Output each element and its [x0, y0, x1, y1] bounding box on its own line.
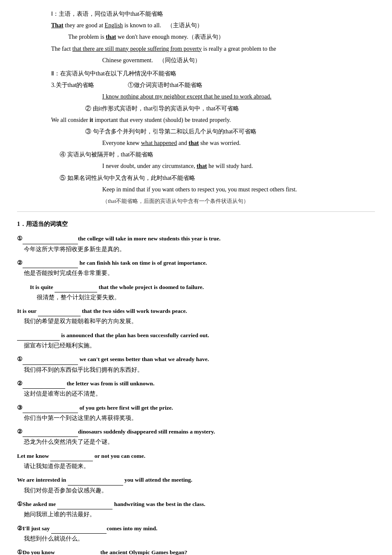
q1-4-en: It is our that the two sides will work t… [17, 306, 375, 316]
exercise-item-q5-1: ①Do you know the ancient Olympic Games b… [17, 547, 375, 555]
q1-2-cn: 他是否能按时完成任务非常重要。 [17, 268, 375, 278]
exercise-item-q1-5: is announced that the plan has been succ… [17, 330, 375, 351]
rule3-sub1: ①做介词宾语时that不能省略 [128, 80, 202, 90]
example-3-post: is really a great problem to the [203, 46, 276, 52]
english-underline: English [105, 22, 123, 29]
q2-4-num: ② [17, 428, 23, 435]
rule3-sub5-label-text: ⑤ 如果名词性从句中又含有从句，此时that不能省略 [51, 175, 196, 181]
rule3-label: 3.关于that的省略 [51, 80, 128, 90]
rule3-sub1-text: ①做介词宾语时that不能省略 [128, 82, 202, 88]
rule3-sub5-ex-line: Keep in mind that if you want others to … [51, 184, 375, 195]
main-content: Ⅰ：主语，表语，同位语从句中that不能省略 That they are goo… [17, 9, 375, 555]
q4-2-en: ②I'll just say comes into my mind. [17, 523, 375, 534]
that-bold-4: that [197, 163, 207, 169]
q5-1-en: ①Do you know the ancient Olympic Games b… [17, 547, 375, 555]
q4-1-post: handwriting was the best in the class. [112, 501, 205, 507]
q2-3-cn: 你们当中第一个到达这里的人将获得奖项。 [17, 413, 375, 423]
heading-1: Ⅰ：主语，表语，同位语从句中that不能省略 [51, 9, 375, 19]
exercise-item-q2-4: ②dinosaurs suddenly disappeared still re… [17, 427, 375, 448]
example-line-1: That they are good at English is known t… [51, 20, 375, 31]
example-3-pre: The fact [51, 46, 72, 52]
q2-1-text: we can't get seems better than what we a… [78, 356, 209, 362]
q2-4-text: dinosaurs suddenly disappeared still rem… [78, 428, 215, 435]
q3-1-cn: 请让我知道你是否能来。 [17, 461, 375, 471]
rule3-sub5-note-line: （that不能省略，后面的宾语从句中含有一个条件状语从句） [51, 196, 375, 206]
exercise-title: 1．用适当的词填空 [17, 219, 375, 229]
q4-1-cn: 她问我班上谁的书法最好。 [17, 509, 375, 520]
q5-1-post: the ancient Olympic Games began? [99, 549, 187, 555]
rule3-sub5-note-text: （that不能省略，后面的宾语从句中含有一个条件状语从句） [102, 198, 249, 204]
exercise-item-q3-2: We are interested in you will attend the… [17, 475, 375, 496]
q1-1-num: ① [17, 235, 23, 242]
rule3-sub3-ex-line: Everyone knew what happened and that she… [51, 138, 375, 148]
q1-3-cn: 很清楚，整个计划注定要失败。 [30, 292, 375, 303]
q2-1-en: ① we can't get seems better than what we… [17, 354, 375, 364]
q2-1-num: ① [17, 356, 23, 362]
rule3-sub1-ex-text: I know nothing about my neighbor except … [102, 93, 271, 100]
q2-1-cn: 我们得不到的东西似乎比我们拥有的东西好。 [17, 365, 375, 375]
exercise-item-q1-2: ② he can finish his task on time is of g… [17, 258, 375, 279]
q1-3-pre: It is quite [30, 284, 55, 290]
q4-1-en: ①She asked me handwriting was the best i… [17, 499, 375, 509]
rule3-sub2-pre: We all consider [51, 117, 89, 123]
q5-1-pre: ①Do you know [17, 549, 56, 555]
exercise-item-q2-3: ③ of you gets here first will get the pr… [17, 403, 375, 424]
example-line-3-cont: Chinese government. （同位语从句） [51, 55, 375, 66]
rule3-sub2-label-line: ② 由it作形式宾语时，that引导的宾语从句中，that不可省略 [51, 103, 375, 114]
q1-1-text: the college will take in more new studen… [78, 235, 221, 242]
section-divider [17, 211, 375, 212]
heading-2-text: Ⅱ：在宾语从句中that在以下几种情况中不能省略 [51, 70, 176, 77]
rule3-sub4-pre: I never doubt, under any circumstance, [102, 163, 197, 169]
exercise-item-q3-1: Let me know or not you can come. 请让我知道你是… [17, 451, 375, 472]
rule3-sub2-ex-line: We all consider it important that every … [51, 115, 375, 125]
q1-2-text: he can finish his task on time is of gre… [78, 260, 207, 266]
exercise-section: 1．用适当的词填空 ①the college will take in more… [17, 219, 375, 555]
rule3-sub2-mid: important that every student (should) be… [95, 117, 231, 123]
q2-2-num: ② [17, 380, 23, 387]
q2-3-num: ③ [17, 405, 23, 411]
rule3-row: 3.关于that的省略 ①做介词宾语时that不能省略 [51, 80, 375, 90]
q1-5-en: is announced that the plan has been succ… [17, 330, 375, 341]
rule3-sub4-label-text: ④ 宾语从句被隔开时，that不能省略 [51, 151, 154, 158]
q2-2-en: ② the letter was from is still unknown. [17, 379, 375, 389]
example-1-end: is known to all. （主语从句） [124, 22, 203, 29]
exercise-item-q2-2: ② the letter was from is still unknown. … [17, 379, 375, 399]
example-line-3: The fact that there are still many peopl… [51, 43, 375, 54]
exercise-item-q1-4: It is our that the two sides will work t… [17, 306, 375, 327]
q1-4-cn: 我们的希望是双方能朝着和平的方向发展。 [17, 316, 375, 327]
rule3-sub5-label-line: ⑤ 如果名词性从句中又含有从句，此时that不能省略 [51, 173, 375, 183]
example-2-post: we don't have enough money.（表语从句） [118, 34, 224, 40]
q1-1-en: ①the college will take in more new stude… [17, 234, 375, 244]
example-1-rest: they are good at [65, 22, 104, 29]
example-2-pre: The problem is [68, 34, 106, 40]
rule3-sub3-label-line: ③ 句子含多个并列句时，引导第二和以后几个从句的that不可省略 [51, 126, 375, 137]
q1-4-pre: It is our [17, 308, 38, 314]
q1-5-cn: 据宣布计划已经顺利实施。 [17, 341, 375, 351]
rule3-sub1-ex: I know nothing about my neighbor except … [51, 91, 375, 102]
q1-1-cn: 今年这所大学将招收更多新生是真的。 [17, 244, 375, 254]
q3-1-pre: Let me know [17, 453, 50, 459]
exercise-item-q4-2: ②I'll just say comes into my mind. 我想到什么… [17, 523, 375, 544]
exercise-item-q1-3: It is quite that the whole project is do… [17, 282, 375, 303]
rule3-sub4-post: he will study hard. [208, 163, 253, 169]
example-line-2: The problem is that we don't have enough… [51, 32, 375, 42]
q1-2-num: ② [17, 260, 23, 266]
q1-3-en: It is quite that the whole project is do… [30, 282, 375, 292]
rule3-sub3-mid: and [179, 140, 189, 146]
example-3-cont: Chinese government. （同位语从句） [102, 57, 201, 64]
rule3-sub2-label-text: ② 由it作形式宾语时，that引导的宾语从句中，that不可省略 [85, 105, 239, 112]
rule3-sub3-pre: Everyone knew [102, 140, 141, 146]
rule3-label-text: 3.关于that的省略 [51, 82, 95, 88]
q2-3-en: ③ of you gets here first will get the pr… [17, 403, 375, 413]
q3-2-post: you will attend the meeting. [123, 477, 193, 483]
q1-3-post: that the whole project is doomed to fail… [97, 284, 204, 290]
q3-2-en: We are interested in you will attend the… [17, 475, 375, 485]
rule3-sub3-post: she was worried. [200, 140, 240, 146]
q4-1-num: ①She asked me [17, 501, 57, 507]
heading-2: Ⅱ：在宾语从句中that在以下几种情况中不能省略 [51, 68, 375, 79]
rule3-sub3-label-text: ③ 句子含多个并列句时，引导第二和以后几个从句的that不可省略 [85, 128, 257, 135]
exercise-item-q1-1: ①the college will take in more new stude… [17, 234, 375, 254]
q3-2-cn: 我们对你是否参加会议感兴趣。 [17, 486, 375, 496]
q3-2-pre: We are interested in [17, 477, 68, 483]
q3-1-post: or not you can come. [93, 453, 145, 459]
